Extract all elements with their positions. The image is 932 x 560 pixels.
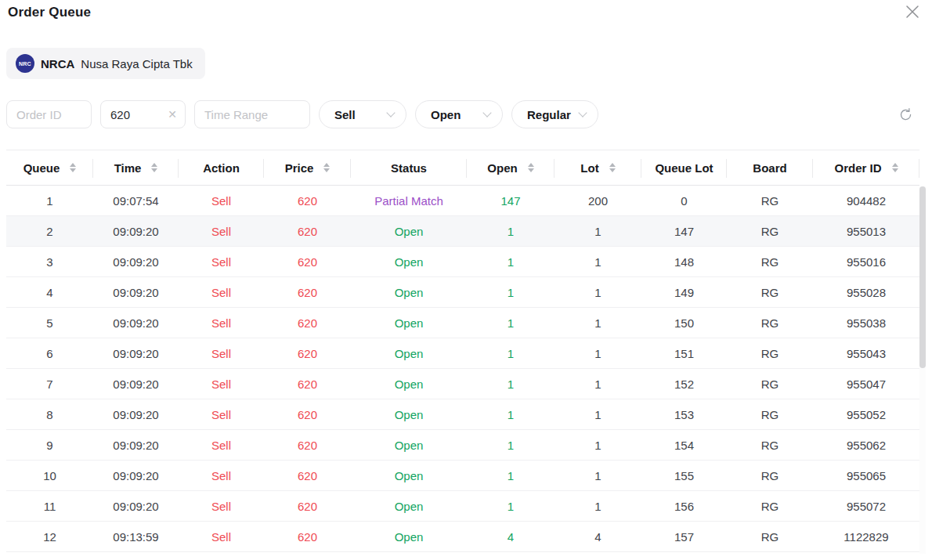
- page-title: Order Queue: [8, 5, 91, 20]
- vertical-scrollbar[interactable]: [919, 186, 926, 554]
- column-header[interactable]: Price: [264, 150, 351, 185]
- cell-queue-lot: 154: [641, 430, 727, 460]
- column-header[interactable]: Open: [467, 150, 555, 185]
- order-queue-modal: Order Queue NRC NRCA Nusa Raya Cipta Tbk…: [0, 0, 932, 560]
- status-dropdown[interactable]: Open: [415, 100, 503, 128]
- cell-action: Sell: [179, 461, 264, 490]
- cell-order-id: 1122829: [813, 522, 919, 551]
- cell-queue: 2: [6, 216, 93, 246]
- cell-lot: 1: [555, 369, 641, 399]
- cell-board: RG: [727, 277, 813, 307]
- cell-lot: 1: [555, 308, 641, 338]
- cell-open: 1: [467, 277, 555, 307]
- time-range-input[interactable]: [195, 101, 309, 128]
- table-row: 3 09:09:20 Sell 620 Open 1 1 148 RG 9550…: [6, 247, 919, 277]
- cell-lot: 1: [555, 491, 641, 521]
- close-button[interactable]: [903, 2, 922, 21]
- cell-action: Sell: [179, 491, 264, 521]
- column-header[interactable]: Time: [93, 150, 179, 185]
- cell-time: 09:07:54: [93, 186, 179, 215]
- cell-lot: 1: [555, 216, 641, 246]
- cell-price: 620: [264, 369, 351, 399]
- order-id-filter: [6, 100, 92, 128]
- cell-queue-lot: 150: [641, 308, 727, 338]
- table-row: 7 09:09:20 Sell 620 Open 1 1 152 RG 9550…: [6, 369, 919, 399]
- cell-status: Partial Match: [351, 186, 467, 215]
- action-dropdown[interactable]: Sell: [319, 100, 406, 128]
- stock-name: Nusa Raya Cipta Tbk: [81, 57, 192, 70]
- cell-time: 09:13:59: [93, 522, 179, 551]
- cell-status: Open: [351, 308, 467, 338]
- cell-queue: 9: [6, 430, 93, 460]
- cell-lot: 1: [555, 430, 641, 460]
- cell-action: Sell: [179, 216, 264, 246]
- cell-board: RG: [727, 216, 813, 246]
- column-header[interactable]: Queue: [6, 150, 93, 185]
- board-dropdown[interactable]: Regular: [511, 100, 598, 128]
- cell-order-id: 904482: [813, 186, 919, 215]
- scrollbar-thumb[interactable]: [919, 186, 926, 368]
- column-header-label: Action: [203, 161, 240, 175]
- cell-board: RG: [727, 308, 813, 338]
- stock-code: NRCA: [41, 57, 74, 70]
- column-header[interactable]: Board: [727, 150, 813, 185]
- cell-board: RG: [727, 522, 813, 551]
- status-dropdown-value: Open: [431, 108, 461, 121]
- cell-queue-lot: 0: [641, 186, 727, 215]
- cell-queue-lot: 155: [641, 461, 727, 490]
- column-header-label: Board: [753, 161, 786, 175]
- table-header: Queue Time Action Price Status Open Lot …: [6, 150, 919, 186]
- sort-icon[interactable]: [892, 163, 898, 172]
- cell-price: 620: [264, 186, 351, 215]
- cell-order-id: 955028: [813, 277, 919, 307]
- cell-action: Sell: [179, 186, 264, 215]
- cell-status: Open: [351, 369, 467, 399]
- cell-queue-lot: 153: [641, 399, 727, 429]
- cell-action: Sell: [179, 399, 264, 429]
- column-header-label: Queue: [23, 161, 60, 175]
- column-header[interactable]: Action: [179, 150, 264, 185]
- cell-action: Sell: [179, 338, 264, 368]
- cell-price: 620: [264, 247, 351, 276]
- cell-time: 09:09:20: [93, 216, 179, 246]
- cell-action: Sell: [179, 277, 264, 307]
- table-row: 1 09:07:54 Sell 620 Partial Match 147 20…: [6, 186, 919, 216]
- cell-order-id: 955043: [813, 338, 919, 368]
- column-header[interactable]: Order ID: [813, 150, 919, 185]
- action-dropdown-value: Sell: [334, 108, 356, 121]
- cell-price: 620: [264, 216, 351, 246]
- column-header-label: Time: [114, 161, 142, 175]
- cell-queue: 7: [6, 369, 93, 399]
- column-header[interactable]: Status: [351, 150, 467, 185]
- refresh-button[interactable]: [897, 106, 914, 123]
- cell-order-id: 955065: [813, 461, 919, 490]
- sort-icon[interactable]: [70, 163, 76, 172]
- sort-icon[interactable]: [609, 163, 616, 172]
- sort-icon[interactable]: [151, 163, 157, 172]
- cell-action: Sell: [179, 430, 264, 460]
- sort-icon[interactable]: [528, 163, 534, 172]
- table-row: 2 09:09:20 Sell 620 Open 1 1 147 RG 9550…: [6, 216, 919, 247]
- cell-price: 620: [264, 522, 351, 551]
- cell-status: Open: [351, 461, 467, 490]
- cell-lot: 1: [555, 461, 641, 490]
- cell-price: 620: [264, 338, 351, 368]
- table-row: 4 09:09:20 Sell 620 Open 1 1 149 RG 9550…: [6, 277, 919, 308]
- column-header[interactable]: Queue Lot: [641, 150, 727, 185]
- order-queue-table: Queue Time Action Price Status Open Lot …: [6, 150, 919, 552]
- sort-icon[interactable]: [323, 163, 330, 172]
- cell-status: Open: [351, 277, 467, 307]
- table-row: 9 09:09:20 Sell 620 Open 1 1 154 RG 9550…: [6, 430, 919, 461]
- stock-badge: NRC NRCA Nusa Raya Cipta Tbk: [6, 48, 205, 79]
- cell-time: 09:09:20: [93, 369, 179, 399]
- table-row: 6 09:09:20 Sell 620 Open 1 1 151 RG 9550…: [6, 338, 919, 369]
- cell-queue: 4: [6, 277, 93, 307]
- clear-price-icon[interactable]: ✕: [168, 109, 177, 120]
- column-header[interactable]: Lot: [555, 150, 641, 185]
- cell-queue: 1: [6, 186, 93, 215]
- cell-price: 620: [264, 277, 351, 307]
- cell-queue-lot: 147: [641, 216, 727, 246]
- order-id-input[interactable]: [7, 101, 91, 128]
- cell-board: RG: [727, 399, 813, 429]
- cell-order-id: 955013: [813, 216, 919, 246]
